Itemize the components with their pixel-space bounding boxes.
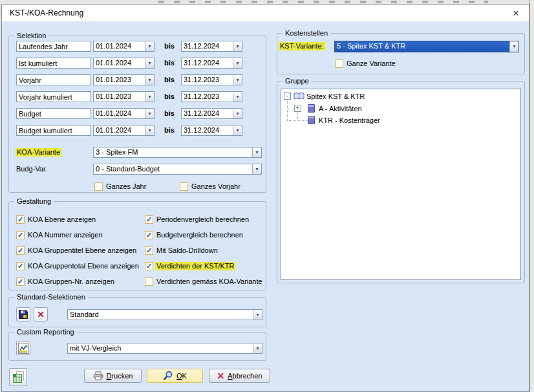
- tree-row-child: + A - Aktivitäten: [281, 103, 520, 114]
- date-to-combo-4[interactable]: 31.12.2024: [181, 108, 242, 119]
- dropdown-arrow-icon[interactable]: [253, 343, 262, 353]
- group-standard-selektionen: Standard-Selektionen Standard: [8, 297, 266, 327]
- expander-icon[interactable]: -: [284, 93, 291, 100]
- date-from-combo-2[interactable]: 01.01.2023: [93, 74, 155, 85]
- kst-variante-combo[interactable]: 5 - Spitex KST & KTR: [334, 41, 519, 52]
- chart-report-icon: [18, 343, 29, 354]
- kst-variante-label: KST-Variante:: [279, 42, 325, 50]
- verdichten-kst-ktr-checkbox[interactable]: [145, 262, 153, 270]
- dropdown-arrow-icon[interactable]: [233, 75, 242, 85]
- dropdown-arrow-icon[interactable]: [252, 147, 261, 157]
- group-gruppe-label: Gruppe: [283, 77, 312, 85]
- date-from-combo-1[interactable]: 01.01.2024: [93, 58, 155, 69]
- selection-name-input-3[interactable]: [16, 91, 91, 102]
- dropdown-arrow-icon[interactable]: [253, 310, 262, 320]
- cube-icon: [308, 104, 315, 113]
- koa-variante-label: KOA-Variante: [16, 148, 61, 157]
- dropdown-arrow-icon[interactable]: [145, 58, 154, 68]
- dropdown-arrow-icon[interactable]: [233, 92, 242, 102]
- dropdown-arrow-icon[interactable]: [145, 41, 154, 51]
- group-gruppe: Gruppe -: [277, 81, 525, 283]
- ganzes-jahr-label: Ganzes Jahr: [106, 182, 146, 191]
- dropdown-arrow-icon[interactable]: [252, 164, 261, 174]
- tree-item-label[interactable]: A - Aktivitäten: [319, 104, 362, 113]
- koa-gruppentitel-checkbox[interactable]: [16, 246, 25, 255]
- excel-export-button[interactable]: [9, 368, 27, 386]
- printer-icon: [93, 371, 103, 380]
- group-custom-reporting: Custom Reporting mit VJ-Vergleich: [8, 332, 266, 361]
- koa-gruppentotal-checkbox[interactable]: [16, 262, 25, 270]
- ganzes-vorjahr-checkbox[interactable]: [180, 182, 188, 191]
- dropdown-arrow-icon[interactable]: [233, 58, 242, 68]
- ganze-variante-checkbox[interactable]: [335, 60, 343, 68]
- floppy-disk-icon: [18, 309, 28, 320]
- group-custom-reporting-label: Custom Reporting: [14, 328, 77, 336]
- dropdown-arrow-icon[interactable]: [233, 41, 242, 51]
- bis-label: bis: [164, 76, 175, 84]
- date-from-combo-4[interactable]: 01.01.2024: [93, 108, 155, 119]
- koa-ebene-checkbox[interactable]: [16, 215, 25, 224]
- dropdown-arrow-icon[interactable]: [145, 92, 154, 102]
- selection-name-input-1[interactable]: [16, 58, 91, 69]
- date-from-combo-5[interactable]: 01.01.2024: [93, 125, 155, 136]
- expander-icon[interactable]: +: [294, 105, 301, 112]
- verdichten-koa-variante-checkbox[interactable]: [145, 278, 153, 286]
- koa-gruppen-nr-checkbox[interactable]: [16, 278, 25, 286]
- drucken-button[interactable]: Drucken: [84, 369, 142, 383]
- close-icon[interactable]: [511, 8, 521, 18]
- selection-name-input-4[interactable]: [16, 108, 91, 119]
- saldo-drilldown-checkbox[interactable]: [145, 246, 153, 255]
- koa-nummer-checkbox[interactable]: [16, 231, 25, 239]
- dropdown-arrow-icon[interactable]: [233, 109, 242, 118]
- book-icon: [294, 91, 304, 101]
- dialog-body: Selektion 01.01.2024 bis 31.12.2024 01.0…: [2, 21, 529, 391]
- selection-name-input-2[interactable]: [16, 74, 91, 85]
- periodenvergleich-checkbox[interactable]: [145, 215, 153, 224]
- tree-item-root-label[interactable]: Spitex KST & KTR: [306, 92, 365, 101]
- group-kostenstellen: Kostenstellen KST-Variante: 5 - Spitex K…: [277, 33, 525, 74]
- date-to-combo-5[interactable]: 31.12.2024: [181, 125, 242, 136]
- dropdown-arrow-icon[interactable]: [145, 125, 154, 135]
- background-app-edge: [529, 0, 534, 392]
- save-selection-button[interactable]: [16, 307, 30, 321]
- checkbox-label: KOA Nummer anzeigen: [28, 231, 103, 239]
- screen: KST-/KOA-Rechnung Selektion 01.01.2024 b…: [0, 0, 534, 392]
- date-to-combo-3[interactable]: 31.12.2023: [181, 91, 242, 102]
- dropdown-arrow-icon[interactable]: [145, 109, 154, 118]
- budg-var-combo[interactable]: 0 - Standard-Budget: [93, 164, 262, 175]
- ganzes-jahr-checkbox[interactable]: [94, 182, 103, 191]
- checkbox-label: KOA Gruppentotal Ebene anzeigen: [28, 262, 139, 270]
- dropdown-arrow-icon[interactable]: [145, 75, 154, 85]
- dialog-title: KST-/KOA-Rechnung: [10, 8, 83, 17]
- custom-reporting-combo[interactable]: mit VJ-Vergleich: [67, 343, 262, 354]
- group-selektion: Selektion 01.01.2024 bis 31.12.2024 01.0…: [8, 36, 266, 193]
- tree-item-label[interactable]: KTR - Kostenträger: [319, 116, 380, 125]
- checkbox-label: KOA Gruppen-Nr. anzeigen: [28, 278, 114, 286]
- date-to-combo-2[interactable]: 31.12.2023: [181, 74, 242, 85]
- delete-selection-button[interactable]: [34, 307, 48, 321]
- selection-name-input-0[interactable]: [16, 41, 91, 52]
- checkbox-label: Budgetvergleich berechnen: [156, 231, 243, 239]
- drucken-label: Drucken: [107, 372, 133, 380]
- abbrechen-button[interactable]: Abbrechen: [209, 369, 270, 383]
- selection-name-input-5[interactable]: [16, 125, 91, 136]
- abbrechen-label: Abbrechen: [228, 372, 262, 380]
- budgetvergleich-checkbox[interactable]: [145, 231, 153, 239]
- tree-row-root: - Spitex KST & KTR: [281, 91, 520, 102]
- koa-variante-combo[interactable]: 3 - Spitex FM: [93, 147, 262, 158]
- date-from-combo-0[interactable]: 01.01.2024: [93, 41, 155, 52]
- date-to-combo-0[interactable]: 31.12.2024: [181, 41, 242, 52]
- group-selektion-label: Selektion: [14, 32, 48, 40]
- checkbox-label: KOA Gruppentitel Ebene anzeigen: [28, 246, 136, 255]
- ok-label: OK: [176, 372, 187, 380]
- date-to-combo-1[interactable]: 31.12.2024: [181, 58, 242, 69]
- dropdown-arrow-icon[interactable]: [509, 41, 518, 52]
- standard-selektion-combo[interactable]: Standard: [67, 309, 262, 320]
- ok-button[interactable]: OK: [147, 369, 203, 383]
- background-toolbar-fragments: [158, 1, 488, 3]
- date-from-combo-3[interactable]: 01.01.2023: [93, 91, 155, 102]
- group-standard-selektionen-label: Standard-Selektionen: [14, 293, 88, 301]
- custom-reporting-button[interactable]: [16, 341, 30, 355]
- dropdown-arrow-icon[interactable]: [233, 125, 242, 135]
- checkbox-label: Verdichten gemäss KOA-Variante: [156, 278, 262, 286]
